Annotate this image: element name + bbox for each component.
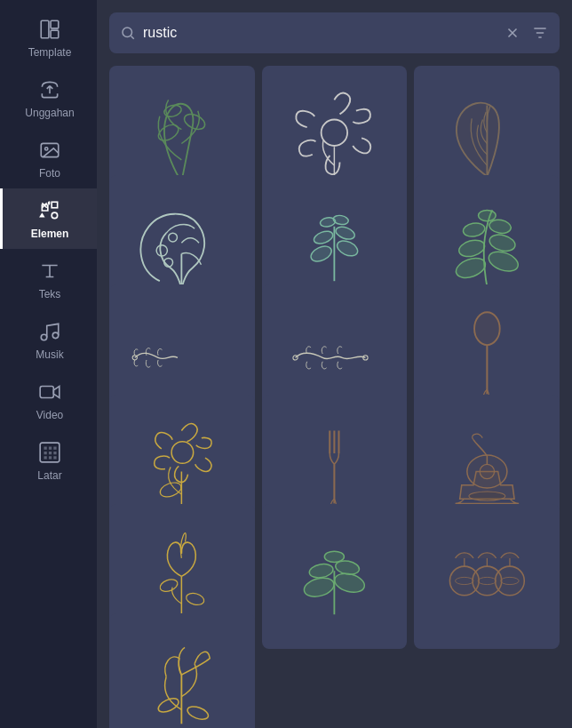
- svg-point-6: [52, 212, 57, 219]
- clear-icon[interactable]: [504, 25, 520, 41]
- svg-point-22: [313, 228, 335, 245]
- upload-icon: [38, 78, 61, 101]
- svg-point-21: [335, 237, 360, 259]
- svg-point-12: [156, 122, 182, 144]
- svg-point-23: [334, 224, 356, 241]
- background-icon: [38, 441, 61, 464]
- svg-rect-9: [40, 387, 53, 398]
- sidebar-item-musik[interactable]: Musik: [0, 309, 97, 370]
- svg-point-34: [293, 356, 298, 360]
- svg-point-44: [480, 464, 494, 478]
- svg-point-20: [309, 243, 334, 264]
- main-content: ♛: [97, 0, 572, 728]
- sidebar-item-label-template: Template: [28, 46, 72, 59]
- sidebar-item-label-musik: Musik: [36, 348, 63, 361]
- sidebar-item-label-elemen: Elemen: [31, 228, 69, 240]
- svg-rect-0: [41, 20, 49, 38]
- sidebar-item-video[interactable]: Video: [0, 370, 97, 430]
- video-icon: [38, 380, 61, 404]
- svg-point-11: [123, 28, 132, 37]
- svg-point-8: [52, 332, 59, 339]
- grid-item-16[interactable]: [109, 613, 255, 728]
- sidebar: Template Unggahan Foto Elemen: [0, 0, 97, 728]
- sidebar-item-label-teks: Teks: [39, 288, 61, 300]
- svg-point-29: [488, 232, 517, 253]
- text-icon: [38, 260, 61, 283]
- template-icon: [38, 18, 61, 41]
- sidebar-item-label-unggahan: Unggahan: [25, 107, 74, 119]
- search-icon: [120, 25, 136, 41]
- svg-point-48: [186, 591, 206, 606]
- svg-point-26: [453, 254, 488, 281]
- sidebar-item-template[interactable]: Template: [0, 7, 97, 68]
- svg-point-27: [486, 248, 520, 275]
- svg-point-36: [474, 312, 500, 345]
- grid-item-14[interactable]: [262, 504, 408, 650]
- music-icon: [38, 320, 61, 343]
- svg-point-33: [133, 356, 138, 360]
- svg-rect-1: [51, 20, 59, 28]
- sidebar-item-teks[interactable]: Teks: [0, 249, 97, 309]
- svg-point-32: [478, 210, 496, 220]
- svg-point-17: [157, 244, 168, 255]
- svg-point-49: [302, 575, 336, 600]
- svg-point-53: [324, 551, 344, 562]
- svg-rect-2: [51, 30, 59, 38]
- sidebar-item-unggahan[interactable]: Unggahan: [0, 68, 97, 128]
- photo-icon: [38, 139, 61, 162]
- svg-point-30: [462, 221, 486, 238]
- elements-grid: ♛: [97, 62, 572, 728]
- svg-point-37: [159, 480, 184, 500]
- svg-point-15: [322, 120, 347, 146]
- sidebar-item-elemen[interactable]: Elemen: [0, 188, 97, 249]
- svg-point-45: [469, 492, 505, 500]
- svg-rect-5: [52, 202, 57, 208]
- svg-point-25: [333, 214, 350, 226]
- svg-point-13: [182, 112, 207, 133]
- svg-point-28: [457, 237, 487, 259]
- svg-point-61: [187, 704, 211, 722]
- svg-point-47: [159, 577, 179, 594]
- search-input[interactable]: [143, 25, 497, 41]
- sidebar-item-label-foto: Foto: [39, 167, 60, 180]
- svg-point-7: [41, 334, 47, 340]
- elements-icon: [38, 199, 61, 222]
- sidebar-item-foto[interactable]: Foto: [0, 128, 97, 188]
- sidebar-item-label-video: Video: [36, 409, 63, 421]
- search-bar: [109, 12, 560, 53]
- svg-point-4: [45, 148, 48, 150]
- filter-icon[interactable]: [531, 24, 549, 42]
- grid-item-15[interactable]: [414, 504, 560, 650]
- svg-point-38: [172, 442, 195, 464]
- svg-point-18: [169, 233, 178, 242]
- sidebar-item-latar[interactable]: Latar: [0, 430, 97, 491]
- svg-point-51: [308, 563, 334, 580]
- svg-point-56: [495, 566, 524, 596]
- sidebar-item-label-latar: Latar: [37, 469, 61, 482]
